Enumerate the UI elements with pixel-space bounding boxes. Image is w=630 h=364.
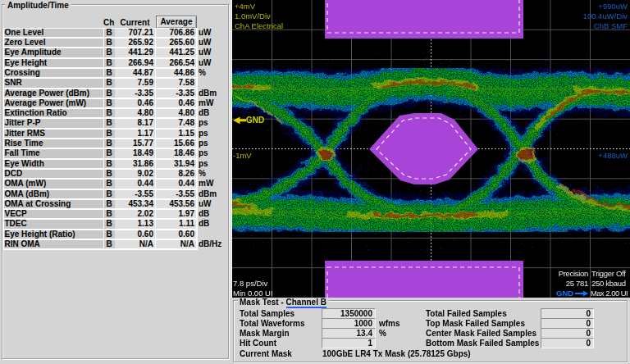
svg-text:ChA Electrical: ChA Electrical [235, 21, 283, 30]
svg-text:+488uW: +488uW [598, 151, 628, 160]
svg-text:ChB SMF: ChB SMF [594, 21, 628, 30]
svg-text:100.4uW/Div: 100.4uW/Div [583, 11, 628, 20]
svg-text:Max 2.00 UI: Max 2.00 UI [591, 289, 628, 298]
svg-text:Min 0.00 UI: Min 0.00 UI [233, 289, 273, 298]
svg-text:+4mV: +4mV [235, 2, 256, 11]
svg-text:GND: GND [246, 116, 264, 125]
svg-text:GND: GND [556, 289, 573, 298]
svg-text:Trigger Off: Trigger Off [591, 269, 626, 278]
svg-text:7.8 ps/Div: 7.8 ps/Div [233, 279, 267, 288]
svg-text:1.0mV/Div: 1.0mV/Div [235, 11, 271, 20]
svg-text:Precision: Precision [559, 269, 588, 278]
svg-text:250 kbaud: 250 kbaud [591, 279, 626, 288]
svg-text:-1mV: -1mV [233, 151, 252, 160]
svg-text:+990uW: +990uW [598, 2, 628, 11]
svg-text:25 781: 25 781 [566, 279, 588, 288]
